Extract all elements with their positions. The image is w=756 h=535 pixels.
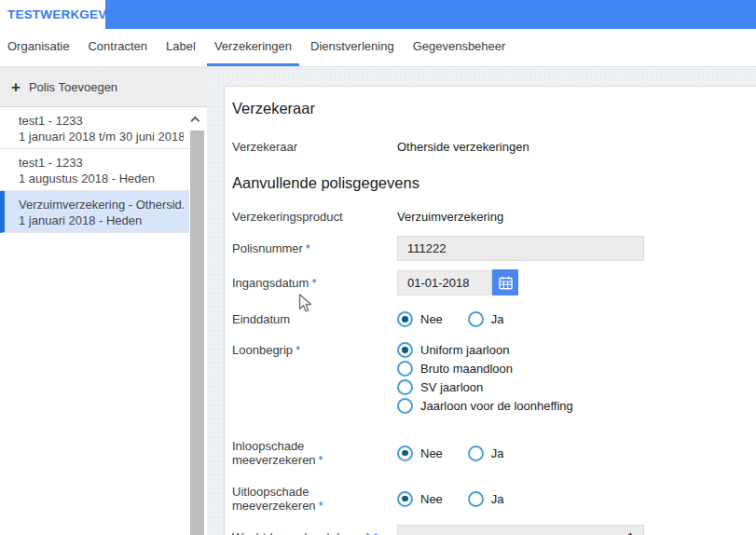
field-row-uitloopschade: Uitloopschade meeverzekeren* Nee Ja [232,485,756,513]
radio-label: Bruto maandloon [420,362,513,376]
inloopschade-label: Inloopschade meeverzekeren [232,439,316,467]
uitloopschade-radio-group: Nee Ja [397,491,504,507]
policy-period: 1 januari 2018 - Heden [19,213,184,228]
verzekeringsproduct-value: Verzuimverzekering [397,210,503,224]
add-policy-label: Polis Toevoegen [29,80,117,94]
radio-option-uniform-jaarloon[interactable]: Uniform jaarloon [397,342,573,358]
radio-checked-icon [397,342,413,358]
wachtdagen-input[interactable]: 1 [397,525,644,535]
page-body: + Polis Toevoegen test1 - 1233 1 januari… [0,67,756,535]
policy-period: 1 januari 2018 t/m 30 juni 2018 [19,129,184,144]
field-row-verzekeraar: Verzekeraar Otherside verzekeringen [232,140,756,154]
wachtdagen-label: Wachtdagen (werkdagen) [232,530,370,535]
policy-period: 1 augustus 2018 - Heden [19,171,184,186]
radio-option-sv-jaarloon[interactable]: SV jaarloon [397,379,573,395]
radio-option-ja[interactable]: Ja [468,491,504,507]
radio-label: Ja [491,446,504,460]
radio-unchecked-icon [468,311,484,327]
policy-title: test1 - 1233 [19,113,184,129]
verzekeraar-value: Otherside verzekeringen [397,140,529,154]
radio-option-nee[interactable]: Nee [397,311,443,327]
ingangsdatum-input-value: 01-01-2018 [407,276,470,290]
uitloopschade-label: Uitloopschade meeverzekeren [232,485,316,513]
main-nav-tabs: Organisatie Contracten Label Verzekering… [0,29,756,67]
verzekeringsproduct-label: Verzekeringsproduct [232,210,397,224]
radio-option-jaarloon-loonheffing[interactable]: Jaarloon voor de loonheffing [397,398,573,414]
radio-label: Nee [420,446,443,460]
wachtdagen-input-value: 1 [627,530,634,535]
polisnummer-input-value: 111222 [407,241,446,255]
field-row-ingangsdatum: Ingangsdatum* 01-01-2018 [232,269,756,295]
section-title-verzekeraar: Verzekeraar [232,100,756,117]
radio-option-bruto-maandloon[interactable]: Bruto maandloon [397,361,573,377]
loonbegrip-radio-group: Uniform jaarloon Bruto maandloon SV jaar… [397,342,573,414]
tab-gegevensbeheer[interactable]: Gegevensbeheer [405,29,514,66]
inloopschade-radio-group: Nee Ja [397,446,504,461]
field-row-einddatum: Einddatum Nee Ja [232,311,756,327]
field-row-verzekeringsproduct: Verzekeringsproduct Verzuimverzekering [232,210,756,224]
main-area: Verzekeraar Verzekeraar Otherside verzek… [207,67,756,535]
required-asterisk: * [296,343,300,357]
polisnummer-label: Polisnummer [232,241,303,255]
verzekeraar-label: Verzekeraar [232,140,397,154]
workspace-brand: TESTWERKGEVER [0,0,105,29]
radio-option-nee[interactable]: Nee [397,446,443,461]
radio-label: Uniform jaarloon [420,343,509,357]
radio-label: SV jaarloon [420,380,483,394]
policy-title: Verzuimverzekering - Othersid... [19,197,184,213]
radio-label: Nee [420,492,443,506]
ingangsdatum-label: Ingangsdatum [232,276,309,290]
einddatum-radio-group: Nee Ja [397,311,504,327]
polisnummer-input[interactable]: 111222 [397,236,644,261]
required-asterisk: * [319,453,323,467]
tab-label[interactable]: Label [158,29,203,66]
required-asterisk: * [319,499,323,513]
sidebar-scrollbar[interactable] [190,107,204,535]
radio-checked-icon [397,446,413,461]
radio-option-ja[interactable]: Ja [468,446,504,461]
loonbegrip-label: Loonbegrip [232,343,293,357]
header-blue-bar [105,0,756,29]
policy-title: test1 - 1233 [19,155,184,171]
radio-checked-icon [397,491,413,507]
tab-contracten[interactable]: Contracten [80,29,155,66]
datepicker-button[interactable] [492,269,518,295]
tab-dienstverlening[interactable]: Dienstverlening [303,29,402,66]
calendar-icon [499,276,513,290]
radio-unchecked-icon [397,379,413,395]
chevron-up-icon [190,117,199,126]
radio-unchecked-icon [468,446,484,461]
add-policy-button[interactable]: + Polis Toevoegen [0,67,207,107]
radio-unchecked-icon [397,361,413,377]
policy-sidebar: + Polis Toevoegen test1 - 1233 1 januari… [0,67,207,535]
policy-list-item-selected[interactable]: Verzuimverzekering - Othersid... 1 janua… [0,191,189,233]
policy-list-item[interactable]: test1 - 1233 1 augustus 2018 - Heden [0,149,189,191]
radio-checked-icon [397,311,413,327]
radio-label: Jaarloon voor de loonheffing [420,399,573,413]
plus-icon: + [11,79,21,95]
ingangsdatum-input[interactable]: 01-01-2018 [397,270,492,295]
einddatum-label: Einddatum [232,312,397,326]
app-header: TESTWERKGEVER [0,0,756,29]
field-row-loonbegrip: Loonbegrip* Uniform jaarloon Bruto maand… [232,342,756,414]
scrollbar-thumb[interactable] [190,130,204,535]
radio-label: Ja [491,312,504,326]
field-row-inloopschade: Inloopschade meeverzekeren* Nee Ja [232,439,756,467]
tab-verzekeringen[interactable]: Verzekeringen [207,29,299,66]
radio-label: Nee [420,312,443,326]
radio-option-nee[interactable]: Nee [397,491,443,507]
scroll-up-button[interactable] [190,107,204,130]
ingangsdatum-field: 01-01-2018 [397,269,518,295]
field-row-polisnummer: Polisnummer* 111222 [232,236,756,261]
policy-list: test1 - 1233 1 januari 2018 t/m 30 juni … [0,107,189,233]
radio-option-ja[interactable]: Ja [468,311,504,327]
radio-unchecked-icon [397,398,413,414]
policy-list-item[interactable]: test1 - 1233 1 januari 2018 t/m 30 juni … [0,107,189,149]
tab-organisatie[interactable]: Organisatie [0,29,76,66]
radio-unchecked-icon [468,491,484,507]
required-asterisk: * [306,241,310,255]
field-row-wachtdagen: Wachtdagen (werkdagen)* 1 [232,525,756,535]
section-title-polisgegevens: Aanvullende polisgegevens [232,174,756,192]
required-asterisk: * [373,530,378,535]
policy-form-card: Verzekeraar Verzekeraar Otherside verzek… [224,86,756,535]
